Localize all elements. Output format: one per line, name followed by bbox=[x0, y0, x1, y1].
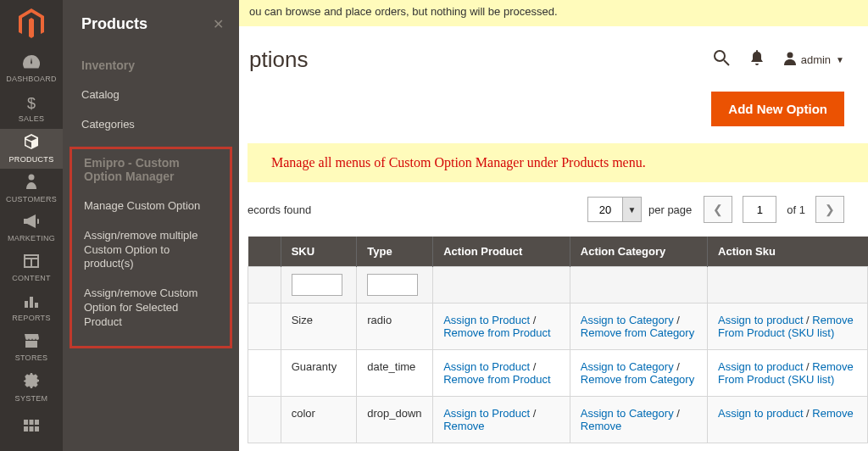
page-of-label: of 1 bbox=[787, 203, 805, 216]
assign-product-link[interactable]: Assign to Product bbox=[443, 360, 530, 373]
nav-system[interactable]: SYSTEM bbox=[0, 368, 63, 408]
store-icon bbox=[24, 334, 39, 352]
flyout-link-assign-selected[interactable]: Assign/remove Custom Option for Selected… bbox=[72, 279, 230, 337]
page-input[interactable] bbox=[743, 196, 776, 223]
bar-chart-icon bbox=[24, 294, 39, 312]
assign-category-link[interactable]: Assign to Category bbox=[581, 407, 674, 420]
flyout-group-emipro: Emipro - Custom Option Manager Manage Cu… bbox=[70, 147, 232, 348]
user-icon bbox=[784, 52, 796, 68]
assign-category-link[interactable]: Assign to Category bbox=[581, 314, 674, 326]
remove-product-link[interactable]: Remove bbox=[443, 420, 484, 432]
svg-rect-12 bbox=[35, 426, 39, 432]
per-page-control: ▼ per page bbox=[587, 197, 692, 222]
nav-products[interactable]: PRODUCTS bbox=[0, 129, 63, 169]
records-controls: ▼ per page ❮ of 1 ❯ bbox=[587, 196, 844, 223]
svg-rect-7 bbox=[24, 420, 28, 425]
nav-reports[interactable]: REPORTS bbox=[0, 288, 63, 328]
nav-label: CUSTOMERS bbox=[6, 195, 57, 203]
products-flyout: Products ✕ Inventory Catalog Categories … bbox=[63, 0, 239, 451]
cube-icon bbox=[24, 134, 39, 153]
table-header-row: SKU Type Action Product Action Category … bbox=[248, 237, 868, 267]
cell-type: radio bbox=[357, 303, 433, 350]
nav-customers[interactable]: CUSTOMERS bbox=[0, 169, 63, 209]
col-sku[interactable]: SKU bbox=[281, 237, 357, 267]
remove-category-link[interactable]: Remove bbox=[581, 420, 621, 432]
flyout-link-categories[interactable]: Categories bbox=[63, 110, 239, 140]
grid-icon bbox=[24, 418, 39, 436]
assign-sku-link[interactable]: Assign to product bbox=[718, 360, 803, 373]
assign-category-link[interactable]: Assign to Category bbox=[581, 360, 674, 373]
flyout-link-manage[interactable]: Manage Custom Option bbox=[72, 192, 230, 221]
nav-label: DASHBOARD bbox=[6, 75, 57, 83]
user-menu[interactable]: admin ▼ bbox=[784, 52, 844, 68]
megaphone-icon bbox=[24, 214, 39, 232]
nav-label: SALES bbox=[19, 114, 45, 123]
nav-label: MARKETING bbox=[8, 234, 55, 242]
nav-label: CONTENT bbox=[12, 274, 51, 282]
remove-sku-link[interactable]: Remove bbox=[812, 407, 853, 420]
bell-icon[interactable] bbox=[750, 50, 764, 70]
remove-product-link[interactable]: Remove from Product bbox=[443, 326, 550, 339]
svg-rect-10 bbox=[24, 426, 28, 432]
search-icon[interactable] bbox=[713, 49, 730, 70]
per-page-dropdown[interactable]: ▼ bbox=[623, 197, 642, 222]
close-icon[interactable]: ✕ bbox=[213, 16, 224, 32]
flyout-section-emipro: Emipro - Custom Option Manager bbox=[72, 149, 230, 192]
per-page-input[interactable] bbox=[587, 197, 623, 222]
filter-sku[interactable] bbox=[292, 274, 342, 296]
nav-stores[interactable]: STORES bbox=[0, 328, 63, 368]
assign-sku-link[interactable]: Assign to product bbox=[718, 314, 803, 326]
nav-label: PRODUCTS bbox=[9, 155, 54, 164]
col-action-category[interactable]: Action Category bbox=[570, 237, 707, 267]
svg-point-15 bbox=[787, 53, 793, 58]
svg-rect-4 bbox=[25, 301, 28, 308]
header-actions: admin ▼ bbox=[713, 49, 844, 70]
col-checkbox bbox=[248, 237, 281, 267]
nav-label: REPORTS bbox=[12, 314, 50, 322]
nav-content[interactable]: CONTENT bbox=[0, 248, 63, 288]
filter-row bbox=[248, 267, 868, 303]
nav-label: STORES bbox=[15, 354, 48, 362]
assign-product-link[interactable]: Assign to Product bbox=[443, 314, 530, 326]
prev-page-button[interactable]: ❮ bbox=[704, 196, 732, 223]
svg-rect-9 bbox=[35, 420, 39, 425]
admin-sidebar: DASHBOARD $ SALES PRODUCTS CUSTOMERS MAR… bbox=[0, 0, 63, 451]
flyout-link-assign-multi[interactable]: Assign/remove multiple Custom Option to … bbox=[72, 221, 230, 280]
table-row[interactable]: color drop_down Assign to Product / Remo… bbox=[248, 397, 868, 443]
callout-banner: Manage all menus of Custom Option Manage… bbox=[248, 143, 868, 182]
next-page-button[interactable]: ❯ bbox=[815, 196, 844, 223]
user-name: admin bbox=[801, 53, 831, 66]
svg-line-14 bbox=[724, 60, 729, 65]
per-page-label: per page bbox=[648, 203, 692, 216]
flyout-section-inventory: Inventory bbox=[63, 43, 239, 81]
add-new-option-button[interactable]: Add New Option bbox=[711, 92, 844, 126]
page-title: ptions bbox=[249, 47, 308, 73]
assign-product-link[interactable]: Assign to Product bbox=[443, 407, 530, 420]
flyout-link-catalog[interactable]: Catalog bbox=[63, 81, 239, 110]
nav-marketing[interactable]: MARKETING bbox=[0, 209, 63, 248]
col-action-product[interactable]: Action Product bbox=[433, 237, 570, 267]
gauge-icon bbox=[23, 55, 40, 73]
pager: ❮ of 1 ❯ bbox=[704, 196, 844, 223]
nav-dashboard[interactable]: DASHBOARD bbox=[0, 49, 63, 89]
col-action-sku[interactable]: Action Sku bbox=[708, 237, 868, 267]
cell-type: date_time bbox=[357, 350, 433, 397]
flyout-title: Products bbox=[81, 15, 147, 33]
svg-point-13 bbox=[715, 51, 725, 61]
remove-product-link[interactable]: Remove from Product bbox=[443, 373, 550, 386]
chevron-down-icon: ▼ bbox=[836, 55, 844, 64]
table-row[interactable]: Guaranty date_time Assign to Product / R… bbox=[248, 350, 868, 397]
cell-type: drop_down bbox=[357, 397, 433, 443]
table-row[interactable]: Size radio Assign to Product / Remove fr… bbox=[248, 303, 868, 350]
magento-logo[interactable] bbox=[0, 0, 63, 49]
filter-type[interactable] bbox=[367, 274, 418, 296]
col-type[interactable]: Type bbox=[357, 237, 433, 267]
nav-extensions[interactable] bbox=[0, 408, 63, 448]
assign-sku-link[interactable]: Assign to product bbox=[718, 407, 803, 420]
remove-category-link[interactable]: Remove from Category bbox=[581, 373, 694, 386]
options-grid: SKU Type Action Product Action Category … bbox=[248, 237, 868, 443]
nav-sales[interactable]: $ SALES bbox=[0, 89, 63, 129]
remove-category-link[interactable]: Remove from Category bbox=[581, 326, 694, 339]
nav-label: SYSTEM bbox=[15, 394, 48, 403]
flyout-header: Products ✕ bbox=[63, 0, 239, 43]
